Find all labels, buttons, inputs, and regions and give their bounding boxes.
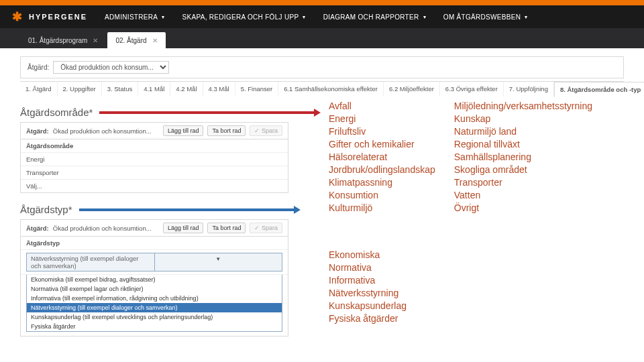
step-5[interactable]: 5. Finanser xyxy=(235,82,279,97)
area-item: Konsumtion xyxy=(329,190,435,200)
area-item: Samhällsplanering xyxy=(454,152,592,162)
panel-area: Åtgärd: Ökad produktion och konsumtion..… xyxy=(20,122,288,193)
nav-administer[interactable]: ADMINISTRERA ▾ xyxy=(105,13,164,21)
accent-bar xyxy=(0,0,644,5)
add-row-button[interactable]: Lägg till rad xyxy=(163,125,204,136)
close-icon[interactable]: ✕ xyxy=(93,37,98,44)
area-categories: Avfall Energi Friluftsliv Gifter och kem… xyxy=(329,101,592,213)
step-7[interactable]: 7. Uppföljning xyxy=(504,82,554,97)
add-row-button[interactable]: Lägg till rad xyxy=(163,223,204,233)
area-item: Friluftsliv xyxy=(329,126,435,137)
context-label: Åtgärd: xyxy=(28,64,49,71)
area-item: Miljöledning/verksamhetsstyrning xyxy=(454,101,592,111)
step-6-2[interactable]: 6.2 Miljöeffekter xyxy=(384,82,440,97)
step-8[interactable]: 8. Åtgärdsområde och -typ xyxy=(554,82,644,97)
panel-row[interactable]: Välj... xyxy=(21,180,288,192)
area-item: Regional tillväxt xyxy=(454,139,592,149)
arrow-icon xyxy=(99,109,321,116)
type-item: Normativa xyxy=(329,262,407,273)
dropdown-options: Ekonomiska (till exempel bidrag, avgifts… xyxy=(26,275,282,332)
section-title-area: Åtgärdsområde* xyxy=(20,107,93,118)
type-item: Fysiska åtgärder xyxy=(329,313,407,324)
step-6-3[interactable]: 6.3 Övriga effekter xyxy=(440,82,504,97)
area-col-right: Miljöledning/verksamhetsstyrning Kunskap… xyxy=(454,101,592,213)
chevron-down-icon: ▾ xyxy=(525,14,527,20)
step-4-3[interactable]: 4.3 Mål xyxy=(203,82,235,97)
panel-row[interactable]: Transporter xyxy=(21,166,288,180)
area-item: Hälsorelaterat xyxy=(329,152,435,162)
close-icon[interactable]: ✕ xyxy=(152,37,158,44)
area-item: Kunskap xyxy=(454,113,592,124)
type-item: Ekonomiska xyxy=(329,249,407,260)
chevron-down-icon: ▾ xyxy=(423,14,426,20)
logo-icon: ✱ xyxy=(12,11,23,23)
area-col-left: Avfall Energi Friluftsliv Gifter och kem… xyxy=(329,101,435,213)
dropdown-option[interactable]: Normativa (till exempel lagar och riktli… xyxy=(27,284,282,294)
nav-diagrams-reports[interactable]: DIAGRAM OCH RAPPORTER ▾ xyxy=(323,13,426,21)
chevron-down-icon: ▾ xyxy=(162,14,164,20)
dropdown-option[interactable]: Ekonomiska (till exempel bidrag, avgifts… xyxy=(27,275,282,284)
panel-header-row: Åtgärdstyp xyxy=(21,237,288,250)
step-4-2[interactable]: 4.2 Mål xyxy=(170,82,203,97)
panel-toolbar: Åtgärd: Ökad produktion och konsumtion..… xyxy=(21,220,288,237)
area-item: Kulturmiljö xyxy=(329,202,435,213)
step-3[interactable]: 3. Status xyxy=(102,82,139,97)
area-item: Klimatpassning xyxy=(329,177,435,188)
step-1[interactable]: 1. Åtgärd xyxy=(20,82,58,97)
area-item: Energi xyxy=(329,113,435,124)
area-item: Naturmiljö land xyxy=(454,126,592,137)
area-item: Avfall xyxy=(329,101,435,111)
step-6-1[interactable]: 6.1 Samhällsekonomiska effekter xyxy=(278,82,384,97)
type-item: Nätverksstyrning xyxy=(329,288,407,298)
area-item: Transporter xyxy=(454,177,592,188)
step-tabs: 1. Åtgärd 2. Uppgifter 3. Status 4.1 Mål… xyxy=(20,81,624,97)
type-categories: Ekonomiska Normativa Informativa Nätverk… xyxy=(329,249,407,326)
type-dropdown[interactable]: Nätverksstyrning (till exempel dialoger … xyxy=(21,250,288,275)
area-item: Skogliga området xyxy=(454,164,592,175)
remove-row-button[interactable]: Ta bort rad xyxy=(207,223,246,233)
area-item: Jordbruk/odlingslandskap xyxy=(329,164,435,175)
section-title-type: Åtgärdstyp* xyxy=(20,204,72,215)
step-2[interactable]: 2. Uppgifter xyxy=(58,82,102,97)
context-bar: Åtgärd: Ökad produktion och konsum... xyxy=(20,56,624,78)
panel-type: Åtgärd: Ökad produktion och konsumtion..… xyxy=(20,219,288,337)
panel-header-row: Åtgärdsområde xyxy=(21,139,288,153)
context-select[interactable]: Ökad produktion och konsum... xyxy=(53,61,169,74)
area-item: Vatten xyxy=(454,190,592,200)
arrow-icon xyxy=(79,206,301,213)
dropdown-option[interactable]: Kunskapsunderlag (till exempel utvecklin… xyxy=(27,312,282,322)
top-nav: ✱ HYPERGENE ADMINISTRERA ▾ SKAPA, REDIGE… xyxy=(0,5,644,28)
remove-row-button[interactable]: Ta bort rad xyxy=(207,125,246,136)
chevron-down-icon: ▾ xyxy=(303,14,305,20)
panel-row[interactable]: Energi xyxy=(21,153,288,166)
document-tabs: 01. Åtgärdsprogram ✕ 02. Åtgärd ✕ xyxy=(0,28,644,48)
nav-create-edit-follow[interactable]: SKAPA, REDIGERA OCH FÖLJ UPP ▾ xyxy=(182,13,306,21)
step-4-1[interactable]: 4.1 Mål xyxy=(138,82,170,97)
chevron-down-icon[interactable]: ▼ xyxy=(154,253,282,271)
save-button[interactable]: ✓ Spara xyxy=(250,125,282,136)
area-item: Övrigt xyxy=(454,202,592,213)
brand-name: HYPERGENE xyxy=(29,13,87,21)
dropdown-option[interactable]: Nätverksstyrning (till exempel dialoger … xyxy=(27,303,282,312)
nav-about[interactable]: OM ÅTGÄRDSWEBBEN ▾ xyxy=(443,13,528,21)
dropdown-option[interactable]: Fysiska åtgärder xyxy=(27,322,282,331)
panel-toolbar: Åtgärd: Ökad produktion och konsumtion..… xyxy=(21,123,288,139)
type-item: Informativa xyxy=(329,275,407,286)
tab-action[interactable]: 02. Åtgärd ✕ xyxy=(107,32,165,48)
area-item: Gifter och kemikalier xyxy=(329,139,435,149)
dropdown-option[interactable]: Informativa (till exempel information, r… xyxy=(27,294,282,303)
type-item: Kunskapsunderlag xyxy=(329,300,407,311)
brand-logo[interactable]: ✱ HYPERGENE xyxy=(12,11,87,23)
tab-program[interactable]: 01. Åtgärdsprogram ✕ xyxy=(20,32,106,48)
save-button[interactable]: ✓ Spara xyxy=(250,223,282,233)
